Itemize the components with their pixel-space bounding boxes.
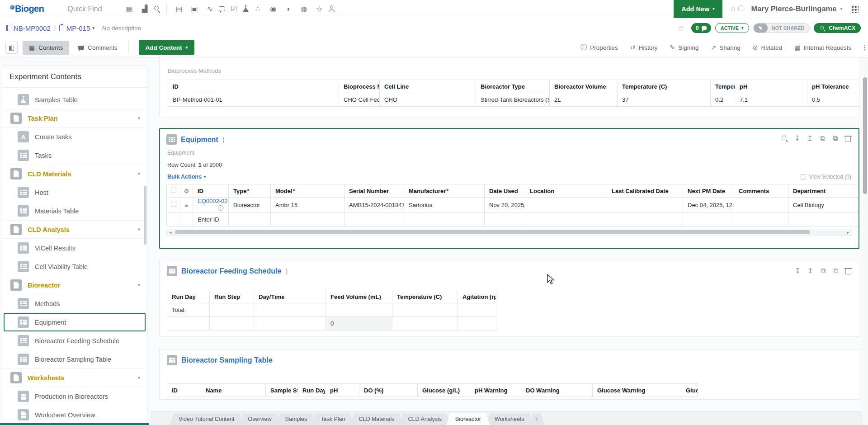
- download-icon[interactable]: ↧: [794, 267, 801, 275]
- tab-worksheets[interactable]: Worksheets: [486, 413, 533, 425]
- horizontal-scrollbar-thumb[interactable]: [175, 230, 810, 234]
- sidebar-item-production-in-bioreactors[interactable]: Production in Bioreactors: [2, 387, 147, 406]
- sidebar-item-samples-table[interactable]: Samples Table: [2, 90, 147, 109]
- cell-manufacturer[interactable]: Sartorius: [404, 198, 485, 213]
- more-options-icon[interactable]: ⋮: [861, 43, 868, 52]
- divider[interactable]: [166, 4, 167, 14]
- biogen-logo[interactable]: Biogen: [10, 4, 44, 14]
- row-drag-handle[interactable]: [180, 198, 193, 213]
- clipboard-check-icon[interactable]: ☑: [227, 2, 241, 15]
- breadcrumb-experiment-link[interactable]: MP-015 ▾: [59, 24, 94, 32]
- collapse-sidebar-button[interactable]: ◧: [5, 42, 18, 54]
- sidebar-section-task-plan[interactable]: Task Plan: [2, 109, 147, 128]
- history-button[interactable]: ↺ History: [630, 44, 658, 51]
- comments-tab-button[interactable]: Comments: [78, 44, 117, 51]
- round-flask-icon[interactable]: ◍: [297, 2, 311, 15]
- sidebar-section-bioreactor[interactable]: Bioreactor: [2, 276, 147, 294]
- cell-date-used[interactable]: Nov 20, 2025, 12:39 PM: [485, 198, 525, 213]
- clipboard-icon[interactable]: ▣: [188, 2, 201, 15]
- sampling-title-link[interactable]: Bioreactor Sampling Table: [181, 356, 273, 364]
- sidebar-item-bioreactor-sampling-table[interactable]: Bioreactor Sampling Table: [2, 350, 147, 368]
- sidebar-section-cld-analysis[interactable]: CLD Analysis: [2, 220, 147, 239]
- vertical-scrollbar-thumb[interactable]: [863, 77, 867, 194]
- sidebar-scrollbar-thumb[interactable]: [144, 186, 146, 245]
- tab-video-tutorial-content[interactable]: Video Tutorial Content: [170, 413, 243, 425]
- upload-icon[interactable]: ↥: [807, 267, 814, 275]
- quick-find-input[interactable]: Quick Find: [67, 5, 102, 13]
- sidebar-section-cld-materials[interactable]: CLD Materials: [2, 165, 147, 183]
- trash-icon[interactable]: [844, 135, 851, 142]
- equipment-title-link[interactable]: Equipment: [181, 136, 218, 144]
- internal-requests-button[interactable]: ▦ Internal Requests: [794, 44, 851, 51]
- cell-comments[interactable]: [734, 198, 788, 213]
- search-icon[interactable]: [154, 5, 160, 12]
- half-circle-icon[interactable]: ◗: [282, 2, 295, 15]
- sidebar-item-cell-viability-table[interactable]: Cell Viability Table: [2, 257, 147, 276]
- breadcrumb-notebook-link[interactable]: NB-MP0002: [6, 24, 51, 32]
- cell-location[interactable]: [525, 198, 607, 213]
- feeding-title-link[interactable]: Bioreactor Feeding Schedule: [181, 267, 281, 275]
- tab-bioreactor[interactable]: Bioreactor: [446, 413, 490, 425]
- duplicate-icon[interactable]: ⧉: [832, 267, 839, 275]
- sharing-button[interactable]: ↗ Sharing: [711, 44, 740, 51]
- notifications-button[interactable]: 0: [731, 5, 744, 13]
- sidebar-section-worksheets[interactable]: Worksheets: [2, 368, 147, 387]
- cell-model[interactable]: Ambr 15: [271, 198, 344, 213]
- bulk-actions-dropdown[interactable]: Bulk Actions ▾: [167, 174, 206, 180]
- sidebar-item-worksheet-overview[interactable]: Worksheet Overview: [2, 406, 147, 422]
- divider[interactable]: [341, 4, 341, 14]
- tab-cld-analysis[interactable]: CLD Analysis: [399, 413, 451, 425]
- cell-last-calibrated-date[interactable]: [607, 198, 683, 213]
- sidebar-item-materials-table[interactable]: Materials Table: [2, 202, 147, 220]
- star-icon[interactable]: ☆: [313, 2, 326, 15]
- view-selected-toggle[interactable]: View Selected (0): [801, 174, 851, 180]
- copy-icon[interactable]: ⧉: [820, 267, 826, 275]
- trash-icon[interactable]: [845, 268, 852, 274]
- column-settings[interactable]: [180, 184, 193, 198]
- sidebar-item-tasks[interactable]: Tasks: [2, 146, 147, 165]
- cell-department[interactable]: Cell Biology: [788, 198, 860, 213]
- enter-id-placeholder[interactable]: Enter ID: [193, 213, 229, 227]
- signing-button[interactable]: ✎ Signing: [670, 44, 699, 51]
- apps-grid-icon[interactable]: [851, 5, 859, 13]
- related-button[interactable]: ⊘ Related: [753, 44, 782, 51]
- add-content-button[interactable]: Add Content ▾: [139, 40, 195, 55]
- chemacx-button[interactable]: ChemACX: [814, 23, 861, 33]
- bar-chart-icon[interactable]: ▟: [138, 2, 151, 15]
- cell-next-pm-date[interactable]: Dec 04, 2025, 12:00 PM: [683, 198, 734, 213]
- duplicate-icon[interactable]: ⧉: [832, 134, 839, 142]
- status-badge[interactable]: ACTIVE ▾: [715, 23, 749, 33]
- row-checkbox[interactable]: [167, 198, 180, 213]
- tab-overview[interactable]: Overview: [239, 413, 280, 425]
- comments-count-pill[interactable]: 0: [691, 23, 711, 33]
- sidebar-item-vicell-results[interactable]: ViCell Results: [2, 239, 147, 257]
- chat-icon[interactable]: [219, 6, 225, 11]
- copy-icon[interactable]: ⧉: [819, 134, 826, 142]
- scroll-right-icon[interactable]: ▸: [844, 229, 852, 235]
- user-menu[interactable]: Mary Pierce-Burlingame ▾: [751, 5, 842, 13]
- select-all-checkbox[interactable]: [167, 184, 180, 198]
- line-chart-icon[interactable]: ∿: [203, 2, 217, 15]
- properties-button[interactable]: ⓘ Properties: [580, 43, 618, 52]
- upload-icon[interactable]: ↥: [807, 134, 813, 142]
- tab-task-plan[interactable]: Task Plan: [311, 413, 354, 425]
- sidebar-item-create-tasks[interactable]: Create tasks: [2, 128, 147, 146]
- sharing-status-pill[interactable]: ✎ NOT SHARED: [753, 23, 810, 33]
- tab-add[interactable]: +: [529, 413, 545, 425]
- add-new-button[interactable]: Add New ▾: [674, 0, 722, 18]
- badge-icon[interactable]: ◉: [267, 2, 280, 15]
- calculator-icon[interactable]: ▦: [123, 2, 136, 15]
- cell-type[interactable]: Bioreactor: [229, 198, 271, 213]
- cell-serial-number[interactable]: AMB15-2024-001847: [344, 198, 404, 213]
- tab-cld-materials[interactable]: CLD Materials: [349, 413, 403, 425]
- sidebar-item-methods[interactable]: Methods: [2, 294, 147, 313]
- person-icon[interactable]: [328, 5, 335, 12]
- download-icon[interactable]: ↧: [794, 134, 801, 142]
- chevron-right-icon[interactable]: [222, 136, 225, 143]
- sidebar-item-host[interactable]: Host: [2, 183, 147, 202]
- scroll-left-icon[interactable]: ◂: [167, 229, 174, 235]
- notebook-icon[interactable]: ▤: [173, 2, 186, 15]
- cell-id[interactable]: EQ0002-02: [193, 198, 229, 213]
- sidebar-item-equipment[interactable]: Equipment: [4, 313, 146, 331]
- feed-volume-input[interactable]: 0: [326, 317, 392, 331]
